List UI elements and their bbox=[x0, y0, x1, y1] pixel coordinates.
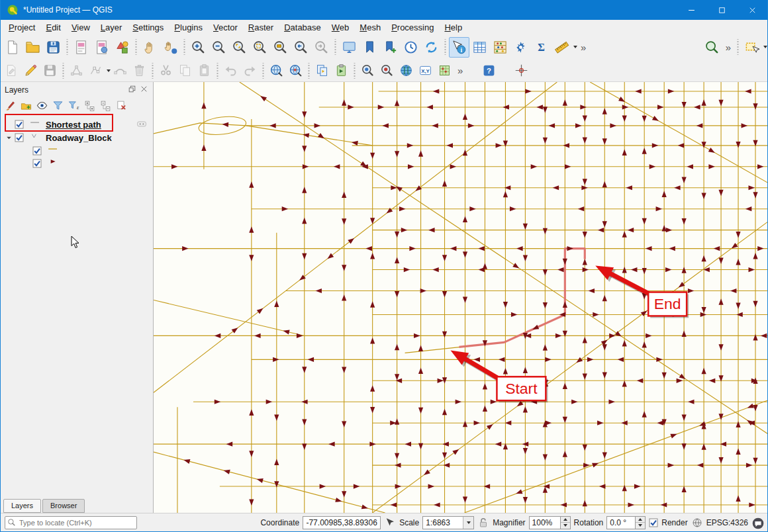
map-canvas[interactable]: StartEnd bbox=[153, 82, 767, 513]
expand-all-button[interactable] bbox=[83, 99, 97, 112]
locate-input[interactable] bbox=[18, 518, 134, 527]
clock-button[interactable] bbox=[401, 37, 421, 58]
toolbar-overflow-icon[interactable]: » bbox=[722, 42, 734, 53]
save-project-button[interactable] bbox=[43, 37, 64, 58]
lock-icon[interactable] bbox=[477, 517, 489, 529]
layer-symbol-item[interactable] bbox=[1, 157, 153, 169]
search-locator-button[interactable] bbox=[702, 37, 722, 58]
copy-button[interactable] bbox=[175, 61, 195, 80]
reshape-button[interactable] bbox=[111, 61, 130, 80]
crs-icon[interactable] bbox=[691, 517, 703, 529]
pan-selection-button[interactable] bbox=[160, 37, 181, 58]
menu-settings[interactable]: Settings bbox=[127, 21, 169, 34]
messages-icon[interactable] bbox=[751, 517, 763, 529]
extent-toggle-icon[interactable] bbox=[384, 517, 396, 529]
zoom-last-button[interactable] bbox=[291, 37, 311, 58]
layer-item-roadway-block[interactable]: Roadway_Block bbox=[1, 131, 153, 144]
zoom-in-button[interactable] bbox=[188, 37, 209, 58]
mag-red-button[interactable] bbox=[377, 61, 397, 80]
rotation-down-icon[interactable] bbox=[636, 523, 645, 529]
field-calculator-button[interactable] bbox=[490, 37, 510, 58]
paste-style-button[interactable] bbox=[332, 61, 351, 80]
help-button[interactable]: ? bbox=[479, 61, 499, 80]
magnifier-spinner[interactable]: 100% bbox=[529, 516, 571, 529]
measure-button[interactable] bbox=[552, 37, 572, 58]
globe-zoom2-button[interactable] bbox=[286, 61, 305, 80]
zoom-full-button[interactable] bbox=[229, 37, 250, 58]
new-project-button[interactable] bbox=[2, 37, 23, 58]
menu-edit[interactable]: Edit bbox=[40, 21, 66, 34]
layer-checkbox[interactable] bbox=[32, 146, 42, 155]
save-edits-button[interactable] bbox=[40, 61, 60, 80]
toolbar-overflow-icon[interactable]: » bbox=[577, 42, 589, 53]
pan-button[interactable] bbox=[140, 37, 160, 58]
georeferencer-button[interactable] bbox=[435, 61, 454, 80]
undo-button[interactable] bbox=[221, 61, 240, 80]
menu-mesh[interactable]: Mesh bbox=[354, 21, 386, 34]
trash-button[interactable] bbox=[130, 61, 149, 80]
scale-dropdown-icon[interactable] bbox=[463, 517, 473, 529]
minimize-button[interactable] bbox=[676, 0, 706, 20]
tab-layers[interactable]: Layers bbox=[3, 499, 41, 513]
identify-button[interactable]: i bbox=[449, 37, 469, 58]
open-project-button[interactable] bbox=[23, 37, 43, 58]
zoom-layer-button[interactable] bbox=[270, 37, 291, 58]
layout-manager-button[interactable] bbox=[91, 37, 112, 58]
panel-float-icon[interactable] bbox=[128, 85, 138, 95]
menu-raster[interactable]: Raster bbox=[243, 21, 279, 34]
panel-close-icon[interactable] bbox=[140, 85, 150, 95]
copy-style-button[interactable] bbox=[312, 61, 332, 80]
zoom-next-button[interactable] bbox=[311, 37, 332, 58]
maximize-button[interactable] bbox=[706, 0, 737, 20]
menu-web[interactable]: Web bbox=[326, 21, 355, 34]
vertex-tool-button[interactable] bbox=[86, 61, 105, 80]
new-layout-button[interactable] bbox=[71, 37, 91, 58]
menu-project[interactable]: Project bbox=[3, 21, 40, 34]
remove-layer-button[interactable] bbox=[115, 99, 128, 112]
select-rect-button[interactable] bbox=[742, 37, 762, 58]
menu-processing[interactable]: Processing bbox=[386, 21, 439, 34]
processing-button[interactable] bbox=[510, 37, 531, 58]
statistics-button[interactable]: Σ bbox=[531, 37, 552, 58]
magnifier-down-icon[interactable] bbox=[561, 523, 570, 529]
map-view-button[interactable] bbox=[339, 37, 360, 58]
styling-dock-button[interactable] bbox=[3, 99, 17, 112]
xy-capture-button[interactable]: X,Y bbox=[416, 61, 435, 80]
menu-view[interactable]: View bbox=[66, 21, 95, 34]
filter-legend-button[interactable] bbox=[51, 99, 65, 112]
layer-indicator-icon[interactable] bbox=[134, 120, 149, 129]
web-globe-button[interactable] bbox=[397, 61, 416, 80]
manage-visibility-button[interactable] bbox=[35, 99, 49, 112]
current-edits-button[interactable] bbox=[2, 61, 21, 80]
select-rect-dropdown-icon[interactable] bbox=[763, 46, 767, 48]
redo-button[interactable] bbox=[240, 61, 260, 80]
menu-plugins[interactable]: Plugins bbox=[169, 21, 208, 34]
layer-checkbox[interactable] bbox=[15, 120, 24, 129]
cut-button[interactable] bbox=[156, 61, 175, 80]
globe-zoom1-button[interactable] bbox=[267, 61, 286, 80]
layer-symbol-item[interactable] bbox=[1, 144, 153, 157]
add-group-button[interactable] bbox=[19, 99, 33, 112]
mag-gear-button[interactable] bbox=[358, 61, 377, 80]
locate-search[interactable] bbox=[5, 516, 137, 529]
digitize-button[interactable] bbox=[67, 61, 86, 80]
zoom-out-button[interactable] bbox=[209, 37, 229, 58]
toggle-editing-button[interactable] bbox=[21, 61, 40, 80]
menu-layer[interactable]: Layer bbox=[95, 21, 128, 34]
layer-item-shortest-path[interactable]: Shortest path bbox=[1, 118, 153, 131]
zoom-selection-button[interactable] bbox=[250, 37, 270, 58]
magnifier-up-icon[interactable] bbox=[561, 517, 570, 523]
tab-browser[interactable]: Browser bbox=[42, 499, 85, 513]
rotation-spinner[interactable]: 0.0 ° bbox=[606, 516, 646, 529]
coordinate-value[interactable]: -77.00985,38.89306 bbox=[303, 516, 381, 529]
menu-vector[interactable]: Vector bbox=[208, 21, 243, 34]
expression-filter-button[interactable]: ε bbox=[67, 99, 81, 112]
expander-icon[interactable] bbox=[5, 134, 13, 142]
layer-checkbox[interactable] bbox=[32, 159, 42, 168]
attribute-table-button[interactable] bbox=[469, 37, 490, 58]
render-checkbox[interactable] bbox=[649, 518, 658, 527]
bookmark-new-button[interactable] bbox=[380, 37, 401, 58]
style-manager-button[interactable] bbox=[112, 37, 132, 58]
menu-help[interactable]: Help bbox=[439, 21, 467, 34]
menu-database[interactable]: Database bbox=[279, 21, 326, 34]
